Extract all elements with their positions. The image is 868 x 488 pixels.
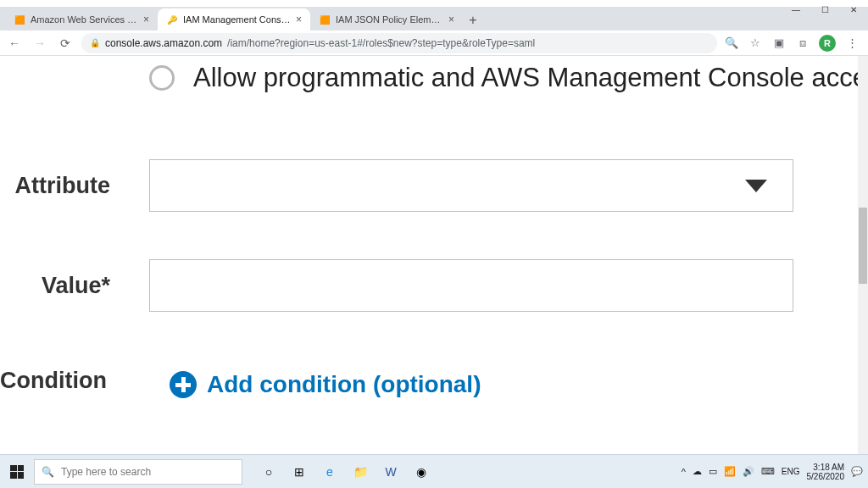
titlebar <box>0 0 868 7</box>
attribute-label: Attribute <box>0 173 119 199</box>
zoom-icon[interactable]: 🔍 <box>724 36 739 51</box>
profile-avatar[interactable]: R <box>819 35 836 52</box>
taskbar-search[interactable]: 🔍 Type here to search <box>34 459 242 485</box>
onedrive-icon[interactable]: ☁ <box>693 466 702 477</box>
extension-icon[interactable]: ⧈ <box>795 36 810 51</box>
url-host: console.aws.amazon.com <box>105 37 222 49</box>
close-tab-icon[interactable]: × <box>296 14 302 25</box>
search-icon: 🔍 <box>42 466 54 478</box>
iam-favicon-icon: 🔑 <box>166 14 178 25</box>
edge-icon[interactable]: e <box>320 463 339 481</box>
browser-tab[interactable]: 🟧 IAM JSON Policy Elements Refere × <box>310 8 463 30</box>
chrome-icon[interactable]: ◉ <box>412 463 431 481</box>
chrome-menu-icon[interactable]: ⋮ <box>844 36 860 51</box>
keyboard-icon[interactable]: ⌨ <box>761 466 775 477</box>
task-view-icon[interactable]: ⊞ <box>290 463 309 481</box>
browser-tab[interactable]: 🔑 IAM Management Console × <box>158 8 310 30</box>
clock[interactable]: 3:18 AM 5/26/2020 <box>807 463 845 481</box>
vertical-scrollbar[interactable] <box>858 56 868 454</box>
file-explorer-icon[interactable]: 📁 <box>351 463 370 481</box>
value-input[interactable] <box>149 259 793 312</box>
word-icon[interactable]: W <box>381 463 400 481</box>
aws-favicon-icon: 🟧 <box>14 14 25 25</box>
attribute-select[interactable] <box>149 159 793 212</box>
close-tab-icon[interactable]: × <box>448 14 454 25</box>
windows-taskbar: 🔍 Type here to search ○ ⊞ e 📁 W ◉ ^ ☁ ▭ … <box>0 454 868 488</box>
start-button[interactable] <box>0 455 34 489</box>
battery-icon[interactable]: ▭ <box>709 466 717 477</box>
browser-toolbar: ← → ⟳ 🔒 console.aws.amazon.com/iam/home?… <box>0 30 868 56</box>
browser-tab[interactable]: 🟧 Amazon Web Services Sign-In × <box>5 8 158 30</box>
system-tray: ^ ☁ ▭ 📶 🔊 ⌨ ENG 3:18 AM 5/26/2020 💬 <box>682 463 868 481</box>
aws-docs-favicon-icon: 🟧 <box>319 14 331 25</box>
cast-icon[interactable]: ▣ <box>771 36 787 51</box>
url-path: /iam/home?region=us-east-1#/roles$new?st… <box>227 37 535 49</box>
wifi-icon[interactable]: 📶 <box>724 466 736 477</box>
windows-logo-icon <box>10 465 24 479</box>
chevron-down-icon <box>745 180 767 192</box>
volume-icon[interactable]: 🔊 <box>743 466 754 477</box>
cortana-icon[interactable]: ○ <box>259 463 278 481</box>
tray-chevron-icon[interactable]: ^ <box>682 467 686 477</box>
language-indicator[interactable]: ENG <box>782 467 800 476</box>
scrollbar-thumb[interactable] <box>859 208 867 284</box>
notifications-icon[interactable]: 💬 <box>851 466 863 477</box>
condition-label: Condition <box>0 368 107 394</box>
address-bar[interactable]: 🔒 console.aws.amazon.com/iam/home?region… <box>81 33 717 53</box>
add-condition-text: Add condition (optional) <box>207 371 481 398</box>
maximize-button[interactable]: ☐ <box>810 0 839 19</box>
reload-button[interactable]: ⟳ <box>56 34 75 53</box>
radio-unselected-icon[interactable] <box>149 65 175 91</box>
search-placeholder: Type here to search <box>61 466 151 478</box>
access-type-radio-option[interactable]: Allow programmatic and AWS Management Co… <box>149 63 867 93</box>
page-content: Allow programmatic and AWS Management Co… <box>0 56 868 454</box>
clock-time: 3:18 AM <box>807 463 845 472</box>
add-condition-button[interactable]: Add condition (optional) <box>170 371 481 398</box>
new-tab-button[interactable]: + <box>463 10 483 30</box>
tab-title: IAM Management Console <box>183 14 291 25</box>
lock-icon: 🔒 <box>90 38 100 47</box>
bookmark-icon[interactable]: ☆ <box>748 36 763 51</box>
radio-label: Allow programmatic and AWS Management Co… <box>193 63 867 93</box>
clock-date: 5/26/2020 <box>807 472 845 481</box>
browser-tabstrip: 🟧 Amazon Web Services Sign-In × 🔑 IAM Ma… <box>0 7 868 30</box>
forward-button[interactable]: → <box>31 34 49 53</box>
back-button[interactable]: ← <box>5 34 24 53</box>
minimize-button[interactable]: — <box>782 0 810 19</box>
tab-title: IAM JSON Policy Elements Refere <box>336 14 443 25</box>
close-tab-icon[interactable]: × <box>143 14 149 25</box>
value-label: Value* <box>0 273 119 299</box>
plus-circle-icon <box>170 371 197 398</box>
tab-title: Amazon Web Services Sign-In <box>31 14 138 25</box>
close-window-button[interactable]: ✕ <box>839 0 868 19</box>
